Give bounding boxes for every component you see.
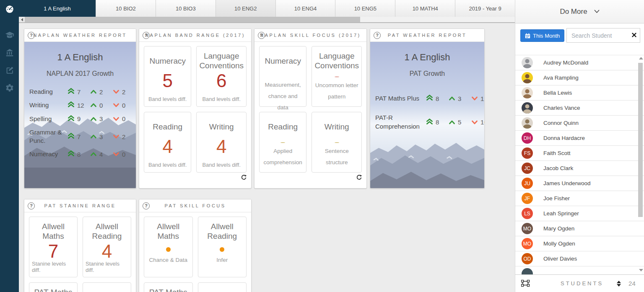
this-month-label: This Month <box>533 33 560 39</box>
tab-1-a-english[interactable]: 1 A English <box>19 0 96 17</box>
tile-skill-text: Chance & Data <box>149 254 187 266</box>
vertical-scrollbar-thumb[interactable] <box>638 63 643 217</box>
strong-up-value: 8 <box>436 119 439 126</box>
student-row-charles-vance[interactable]: Charles Vance <box>515 101 644 116</box>
tab-10-bio2[interactable]: 10 BIO2 <box>96 0 156 17</box>
search-student-input[interactable] <box>567 28 626 42</box>
this-month-button[interactable]: This Month <box>520 29 564 42</box>
horizontal-scrollbar-thumb[interactable] <box>25 17 360 22</box>
student-initials-avatar: FS <box>522 147 533 159</box>
sidebar-item-compose[interactable] <box>0 62 19 79</box>
sidebar-item-settings-gear[interactable] <box>0 79 19 97</box>
tile-allwell-reading[interactable]: Allwell Reading4Stanine levels diff. <box>83 217 131 277</box>
class-name: 1 A English <box>24 52 136 63</box>
scroll-up-arrow-icon[interactable] <box>639 57 643 59</box>
student-row-jacob-clark[interactable]: JCJacob Clark <box>515 161 644 176</box>
tile-numeracy[interactable]: NumeracyMeasurement, chance and data <box>259 46 306 107</box>
tile-pat-r[interactable]: PAT-R <box>83 282 131 292</box>
tile-pat-maths-plus[interactable]: PAT Maths Plus <box>144 282 193 292</box>
student-row-joe-fisher[interactable]: JFJoe Fisher <box>515 191 644 206</box>
tile-pat-maths-plus[interactable]: PAT Maths Plus <box>29 282 78 292</box>
clear-search-icon[interactable] <box>632 33 636 37</box>
tab-2019-year-9[interactable]: 2019 - Year 9 <box>455 0 515 17</box>
sidebar-item-graduation-cap[interactable] <box>0 26 19 44</box>
do-more-label: Do More <box>560 8 587 16</box>
student-list-scrollbar[interactable] <box>638 57 643 271</box>
tile-writing[interactable]: Writing4Band levels diff. <box>196 112 247 173</box>
student-initials-avatar: JC <box>522 163 533 174</box>
student-name: James Underwood <box>543 180 591 186</box>
up-value: 3 <box>99 133 103 140</box>
tile-name: PAT Maths Plus <box>147 288 190 292</box>
student-name: Molly Ogden <box>543 240 575 247</box>
tile-allwell-reading[interactable]: Allwell ReadingInfer <box>198 217 247 277</box>
student-row-faith-scott[interactable]: FSFaith Scott <box>515 146 644 161</box>
growth-row-label: Numeracy <box>29 150 68 158</box>
growth-subtitle: PAT Growth <box>370 70 484 78</box>
student-initials-avatar <box>522 268 533 274</box>
graduation-cap-icon <box>5 31 14 40</box>
tile-language-conventions[interactable]: Language ConventionsUncommon letter patt… <box>312 46 362 107</box>
tab-10-eng2[interactable]: 10 ENG2 <box>216 0 275 17</box>
student-name: Oliver Davies <box>543 256 577 262</box>
student-row-connor-quinn[interactable]: Connor Quinn <box>515 116 644 131</box>
tile-value: 5 <box>162 72 172 90</box>
student-row-donna-hardacre[interactable]: DHDonna Hardacre <box>515 131 644 146</box>
down-value: 12 <box>480 95 485 102</box>
tile-numeracy[interactable]: Numeracy5Band levels diff. <box>144 46 191 107</box>
student-initials-avatar: OD <box>522 253 533 264</box>
growth-row: PAT Maths Plus8312 <box>370 94 484 103</box>
student-row-audrey-mcdonald[interactable]: Audrey McDonald <box>515 55 644 70</box>
strong-up-chevron-icon <box>68 133 74 140</box>
sidebar-item-dashboard-gauge[interactable] <box>0 0 19 18</box>
tile-reading[interactable]: ReadingApplied comprehension <box>259 112 306 173</box>
tile-reading[interactable]: Reading4Band levels diff. <box>144 112 191 173</box>
scroll-down-arrow-icon[interactable] <box>639 269 643 271</box>
student-row-molly-ogden[interactable]: MOMolly Ogden <box>515 236 644 251</box>
student-name: Charles Vance <box>543 105 580 111</box>
skill-status-dot <box>335 77 339 77</box>
tile-pat-r[interactable]: PAT-R <box>198 282 247 292</box>
sidebar-item-institution[interactable] <box>0 44 19 62</box>
refresh-icon[interactable] <box>241 174 247 182</box>
student-row-ava-rampling[interactable]: Ava Rampling <box>515 70 644 85</box>
tile-caption: Band levels diff. <box>202 96 241 102</box>
tile-allwell-maths[interactable]: Allwell Maths7Stanine levels diff. <box>29 217 78 277</box>
tab-10-math4[interactable]: 10 MATH4 <box>395 0 455 17</box>
student-name: Donna Hardacre <box>543 135 585 141</box>
tab-10-eng4[interactable]: 10 ENG4 <box>275 0 335 17</box>
up-chevron-icon <box>449 95 455 102</box>
student-row-partial[interactable] <box>515 266 644 274</box>
tab-10-eng5[interactable]: 10 ENG5 <box>335 0 395 17</box>
student-row-bella-lewis[interactable]: Bella Lewis <box>515 85 644 101</box>
refresh-row <box>254 173 366 183</box>
tile-writing[interactable]: WritingSentence structure <box>312 112 362 173</box>
student-row-leah-springer[interactable]: LSLeah Springer <box>515 206 644 221</box>
student-row-mary-ogden[interactable]: MOMary Ogden <box>515 221 644 236</box>
student-row-james-underwood[interactable]: JUJames Underwood <box>515 176 644 191</box>
student-name: Leah Springer <box>543 210 579 217</box>
sort-students-icon[interactable] <box>617 281 621 287</box>
strong-up-chevron-icon <box>426 119 433 126</box>
card-header: PAT SKILL FOCUS ? <box>139 199 251 212</box>
strong-up-chevron-icon <box>68 115 74 123</box>
tile-allwell-maths[interactable]: Allwell MathsChance & Data <box>144 217 193 277</box>
card-header: PAT WEATHER REPORT ? <box>370 29 484 42</box>
student-name: Jacob Clark <box>543 165 573 171</box>
tabs-horizontal-scrollbar[interactable] <box>19 17 515 23</box>
growth-subtitle: NAPLAN 2017 Growth <box>24 70 136 78</box>
scroll-left-arrow-icon[interactable] <box>19 17 25 22</box>
tile-value: 7 <box>48 242 58 261</box>
card-header: NAPLAN SKILL FOCUS (2017) ? <box>254 29 366 42</box>
tile-name: Numeracy <box>149 52 186 71</box>
up-value: 0 <box>99 102 103 109</box>
student-row-oliver-davies[interactable]: ODOliver Davies <box>515 251 644 266</box>
student-name: Joe Fisher <box>543 195 570 202</box>
do-more-dropdown[interactable]: Do More <box>515 0 644 23</box>
tab-10-bio3[interactable]: 10 BIO3 <box>156 0 216 17</box>
up-value: 5 <box>458 119 461 126</box>
refresh-icon[interactable] <box>356 174 362 182</box>
tile-language-conventions[interactable]: Language Conventions6Band levels diff. <box>196 46 247 107</box>
band-tiles: Numeracy5Band levels diff.Language Conve… <box>139 42 251 173</box>
strong-up-chevron-icon <box>426 95 433 102</box>
